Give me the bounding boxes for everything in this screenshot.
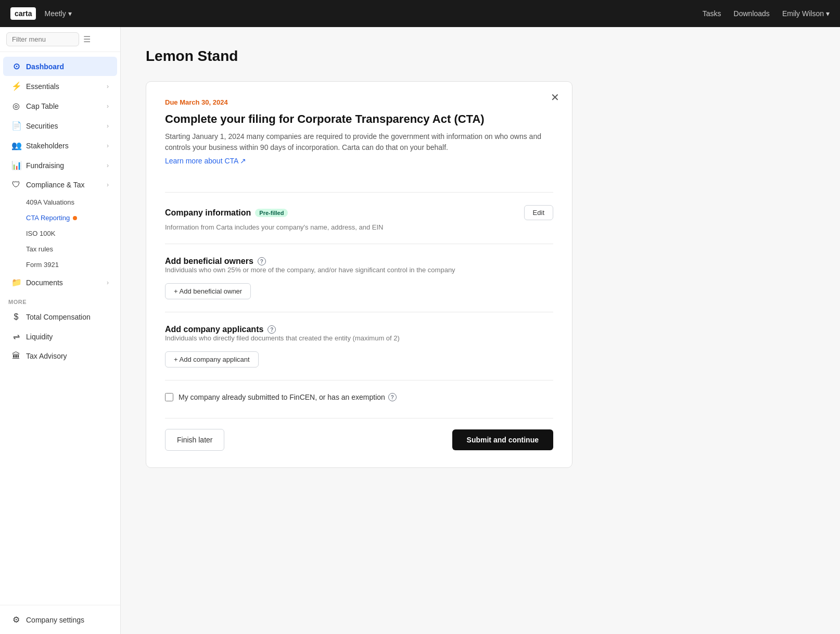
divider bbox=[165, 192, 553, 193]
sidebar-item-stakeholders[interactable]: 👥 Stakeholders › bbox=[3, 136, 117, 155]
main-content: Lemon Stand ✕ Due March 30, 2024 Complet… bbox=[121, 27, 840, 634]
chevron-right-icon: › bbox=[107, 142, 109, 149]
sidebar-item-tax-advisory[interactable]: 🏛 Tax Advisory bbox=[3, 347, 117, 365]
total-compensation-icon: $ bbox=[11, 312, 21, 322]
chevron-down-icon: ▾ bbox=[68, 9, 72, 18]
sidebar-item-409a[interactable]: 409A Valuations bbox=[3, 195, 117, 210]
divider bbox=[165, 380, 553, 381]
submit-continue-button[interactable]: Submit and continue bbox=[452, 429, 553, 450]
sidebar-item-label: Company settings bbox=[26, 616, 109, 624]
topnav-right: Tasks Downloads Emily Wilson ▾ bbox=[703, 9, 830, 18]
filter-menu-input[interactable] bbox=[6, 32, 79, 46]
help-icon[interactable]: ? bbox=[268, 325, 276, 334]
sub-item-label: 409A Valuations bbox=[26, 198, 74, 206]
company-info-section: Company information Pre-filled Edit Info… bbox=[165, 205, 553, 231]
company-switcher[interactable]: Meetly ▾ bbox=[44, 9, 71, 18]
sidebar-item-label: Fundraising bbox=[26, 161, 101, 170]
sidebar-item-label: Securities bbox=[26, 122, 101, 130]
fincen-exemption-checkbox[interactable] bbox=[165, 393, 173, 401]
sidebar-item-label: Stakeholders bbox=[26, 142, 101, 150]
sidebar-filter-row: ☰ bbox=[0, 27, 120, 52]
sub-item-label: CTA Reporting bbox=[26, 214, 70, 222]
sidebar-item-label: Cap Table bbox=[26, 102, 101, 110]
securities-icon: 📄 bbox=[11, 121, 21, 131]
section-title-row: Add beneficial owners ? bbox=[165, 257, 553, 266]
help-icon[interactable]: ? bbox=[258, 257, 266, 265]
compliance-icon: 🛡 bbox=[11, 180, 21, 189]
tasks-link[interactable]: Tasks bbox=[703, 9, 721, 18]
sub-item-label: ISO 100K bbox=[26, 230, 55, 237]
company-name: Meetly bbox=[44, 9, 66, 18]
fincen-exemption-label: My company already submitted to FinCEN, … bbox=[179, 393, 397, 401]
sidebar-item-essentials[interactable]: ⚡ Essentials › bbox=[3, 77, 117, 96]
user-menu[interactable]: Emily Wilson ▾ bbox=[782, 9, 830, 18]
add-company-applicant-button[interactable]: + Add company applicant bbox=[165, 351, 259, 367]
sidebar-item-securities[interactable]: 📄 Securities › bbox=[3, 116, 117, 135]
sidebar: ☰ ⊙ Dashboard ⚡ Essentials › ◎ Cap Table… bbox=[0, 27, 121, 634]
sidebar-item-label: Liquidity bbox=[26, 333, 109, 341]
company-info-title: Company information bbox=[165, 208, 251, 218]
section-header: Company information Pre-filled Edit bbox=[165, 205, 553, 220]
card-title: Complete your filing for Corporate Trans… bbox=[165, 112, 553, 126]
company-info-desc: Information from Carta includes your com… bbox=[165, 223, 553, 231]
card-description: Starting January 1, 2024 many companies … bbox=[165, 131, 553, 153]
edit-company-info-button[interactable]: Edit bbox=[524, 205, 553, 220]
liquidity-icon: ⇌ bbox=[11, 332, 21, 341]
sidebar-item-company-settings[interactable]: ⚙ Company settings bbox=[3, 610, 117, 629]
learn-more-link[interactable]: Learn more about CTA ↗ bbox=[165, 157, 246, 165]
help-icon[interactable]: ? bbox=[388, 393, 397, 401]
section-title-row: Add company applicants ? bbox=[165, 325, 553, 334]
sidebar-item-documents[interactable]: 📁 Documents › bbox=[3, 273, 117, 292]
cta-card: ✕ Due March 30, 2024 Complete your filin… bbox=[146, 81, 572, 468]
stakeholders-icon: 👥 bbox=[11, 141, 21, 150]
sidebar-item-dashboard[interactable]: ⊙ Dashboard bbox=[3, 57, 117, 76]
documents-icon: 📁 bbox=[11, 277, 21, 287]
beneficial-owners-title: Add beneficial owners bbox=[165, 257, 253, 266]
sidebar-item-liquidity[interactable]: ⇌ Liquidity bbox=[3, 327, 117, 346]
fincen-exemption-row: My company already submitted to FinCEN, … bbox=[165, 393, 553, 401]
downloads-link[interactable]: Downloads bbox=[734, 9, 770, 18]
sidebar-item-fundraising[interactable]: 📊 Fundraising › bbox=[3, 156, 117, 175]
sidebar-item-iso100k[interactable]: ISO 100K bbox=[3, 226, 117, 241]
sidebar-item-total-compensation[interactable]: $ Total Compensation bbox=[3, 308, 117, 326]
sidebar-item-label: Tax Advisory bbox=[26, 352, 109, 360]
chevron-right-icon: › bbox=[107, 83, 109, 90]
sidebar-item-label: Compliance & Tax bbox=[26, 181, 101, 189]
tax-advisory-icon: 🏛 bbox=[11, 351, 21, 361]
sidebar-item-tax-rules[interactable]: Tax rules bbox=[3, 242, 117, 257]
sidebar-bottom: ⚙ Company settings bbox=[0, 605, 120, 634]
sidebar-item-compliance-tax[interactable]: 🛡 Compliance & Tax › bbox=[3, 175, 117, 194]
topnav-left: carta Meetly ▾ bbox=[10, 7, 72, 20]
prefilled-badge: Pre-filled bbox=[255, 209, 288, 217]
finish-later-button[interactable]: Finish later bbox=[165, 429, 224, 451]
cap-table-icon: ◎ bbox=[11, 101, 21, 111]
essentials-icon: ⚡ bbox=[11, 81, 21, 91]
sidebar-item-label: Total Compensation bbox=[26, 313, 109, 321]
sub-item-label: Tax rules bbox=[26, 245, 53, 253]
divider bbox=[165, 312, 553, 312]
filter-menu-icon[interactable]: ☰ bbox=[83, 34, 91, 44]
close-button[interactable]: ✕ bbox=[551, 92, 559, 103]
sidebar-item-form3921[interactable]: Form 3921 bbox=[3, 257, 117, 272]
app-layout: ☰ ⊙ Dashboard ⚡ Essentials › ◎ Cap Table… bbox=[0, 27, 840, 634]
chevron-right-icon: › bbox=[107, 122, 109, 130]
chevron-right-icon: › bbox=[107, 162, 109, 169]
add-beneficial-owner-button[interactable]: + Add beneficial owner bbox=[165, 283, 251, 299]
fundraising-icon: 📊 bbox=[11, 160, 21, 170]
notification-dot bbox=[73, 216, 77, 220]
section-title-row: Company information Pre-filled bbox=[165, 208, 288, 218]
sidebar-item-cta[interactable]: CTA Reporting bbox=[3, 210, 117, 225]
company-applicants-desc: Individuals who directly filed documents… bbox=[165, 334, 553, 342]
dashboard-icon: ⊙ bbox=[11, 61, 21, 71]
due-date-label: Due March 30, 2024 bbox=[165, 98, 553, 106]
sidebar-item-cap-table[interactable]: ◎ Cap Table › bbox=[3, 96, 117, 116]
company-applicants-title: Add company applicants bbox=[165, 325, 263, 334]
more-section-label: MORE bbox=[0, 293, 120, 307]
page-title: Lemon Stand bbox=[146, 48, 815, 65]
sidebar-item-label: Essentials bbox=[26, 82, 101, 91]
beneficial-owners-desc: Individuals who own 25% or more of the c… bbox=[165, 266, 553, 274]
sidebar-item-label: Documents bbox=[26, 278, 101, 287]
settings-icon: ⚙ bbox=[11, 615, 21, 625]
chevron-right-icon: › bbox=[107, 279, 109, 286]
chevron-right-icon: › bbox=[107, 103, 109, 110]
